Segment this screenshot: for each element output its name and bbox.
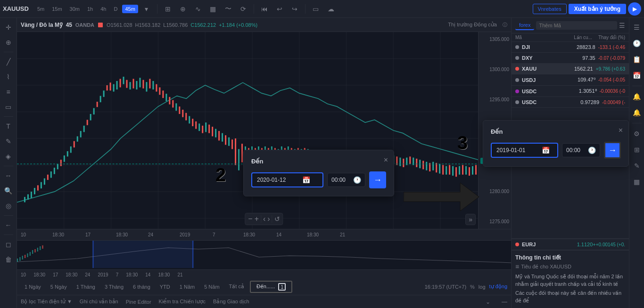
modal-2-time-input[interactable] (331, 177, 350, 183)
zoom-plus[interactable]: + (255, 215, 259, 223)
tf-1h[interactable]: 1h (84, 5, 96, 13)
symbol-search[interactable] (536, 21, 617, 30)
forex-tab[interactable]: forex (515, 21, 534, 30)
modal-2-time-wrap[interactable]: 🕐 (327, 173, 365, 187)
den-button[interactable]: Đến...... 1 (250, 281, 292, 293)
crosshair-tool[interactable]: ⊕ (2, 36, 15, 49)
vnrebates-button[interactable]: Vnrebates (533, 4, 567, 14)
modal-3-nav-button[interactable]: → (604, 142, 621, 159)
tf-D[interactable]: D (111, 5, 121, 13)
magnet-tool[interactable]: ◎ (2, 199, 15, 212)
list-item[interactable]: USDC 0.97289 -0.00049 (- (512, 97, 629, 108)
arrow-left-tool[interactable]: ← (2, 219, 15, 232)
modal-3-time-input[interactable] (566, 147, 585, 154)
price-tool[interactable]: ◈ (2, 150, 15, 163)
chevron-down-icon[interactable]: ▾ (140, 2, 153, 16)
modal-2-close[interactable]: × (384, 156, 388, 164)
bars-icon[interactable]: ▦ (206, 2, 220, 16)
calendar-icon[interactable]: 📅 (630, 69, 644, 82)
watchlist-icon[interactable]: ☰ (630, 21, 644, 34)
zoom-minus[interactable]: − (248, 215, 252, 223)
calendar-icon-3[interactable]: 📅 (542, 146, 550, 154)
play-button[interactable]: ▶ (628, 2, 641, 16)
modal-3-date-input[interactable] (496, 147, 539, 154)
layout-icon[interactable]: ▦ (630, 175, 644, 188)
text-tool[interactable]: T (2, 120, 15, 133)
range-all[interactable]: Tất cả (225, 282, 248, 291)
tf-4h[interactable]: 4h (98, 5, 109, 13)
scroll-back[interactable]: ‹ (263, 215, 265, 223)
cursor-tool[interactable]: ✛ (2, 21, 15, 34)
list-item[interactable]: DXY 97.35 -0.07 (-0.079 (512, 53, 629, 64)
rect-tool[interactable]: ▭ (2, 100, 15, 113)
tf-30m[interactable]: 30m (67, 5, 83, 13)
range-1m[interactable]: 1 Tháng (73, 283, 99, 291)
modal-3-close[interactable]: × (619, 126, 623, 135)
tf-15m[interactable]: 15m (49, 5, 65, 13)
calendar-icon-2[interactable]: 📅 (302, 176, 310, 184)
modal-2-date-input[interactable] (257, 177, 299, 183)
add-icon[interactable]: ⊕ (176, 2, 190, 16)
expand-icon[interactable]: » (465, 214, 476, 225)
svg-rect-44 (116, 81, 118, 89)
rectangle-icon[interactable]: ▭ (309, 2, 322, 16)
text-notes[interactable]: Ghi chú vản bản (80, 299, 118, 305)
range-1d[interactable]: 1 Ngày (21, 283, 45, 291)
trading-panel[interactable]: Bảng Giao dịch (213, 299, 249, 305)
drawing-icon[interactable]: ∿ (191, 2, 205, 16)
pine-editor[interactable]: Pine Editor (126, 299, 151, 305)
strategy-tester[interactable]: Kiểm tra Chiến lược (159, 299, 206, 305)
undo-icon[interactable]: ↩ (273, 2, 286, 16)
crypto-filter[interactable]: Bộ lọc Tiền điện tử ▼ (21, 299, 72, 305)
list-item[interactable]: USDJ 109.47⁰ -0.054 (-0.05 (512, 74, 629, 86)
collapse-icon[interactable]: ⌄ (486, 299, 490, 305)
modal-3-time-wrap[interactable]: 🕐 (562, 143, 600, 157)
list-item[interactable]: XAUU 1562.21 +9.786 (+0.63 (512, 64, 629, 74)
modal-2-date-wrap[interactable]: 📅 (251, 172, 323, 187)
trash-tool[interactable]: 🗑 (2, 253, 15, 266)
tf-5m[interactable]: 5m (34, 5, 47, 13)
replay-icon[interactable]: ⟳ (237, 2, 250, 16)
fast-back-icon[interactable]: ⏮ (258, 2, 271, 16)
zoom-tool[interactable]: 🔍 (2, 184, 15, 197)
note-tool[interactable]: ✎ (2, 135, 15, 148)
list-item[interactable]: DJI 28823.8 -133.1 (-0.46 (512, 42, 629, 53)
line-tool[interactable]: ╱ (2, 55, 15, 68)
auto-button[interactable]: tự động (489, 284, 507, 290)
percent-button[interactable]: % (470, 284, 475, 290)
alert-icon[interactable]: 🔔 (630, 90, 644, 103)
modal-3-date-wrap[interactable]: 📅 (491, 143, 558, 158)
clock-icon[interactable]: 🕐 (630, 37, 644, 50)
range-1y[interactable]: 1 Năm (176, 283, 198, 291)
range-5d[interactable]: 5 Ngày (47, 283, 71, 291)
pencil-icon[interactable]: ✎ (630, 159, 644, 172)
indicators-icon[interactable]: ⊞ (161, 2, 174, 16)
eraser-tool[interactable]: ◻ (2, 238, 15, 251)
redo-icon[interactable]: ↪ (288, 2, 301, 16)
measure-tool[interactable]: ↔ (2, 169, 15, 182)
range-5y[interactable]: 5 Năm (200, 283, 223, 291)
grid-icon[interactable]: ⊞ (630, 143, 644, 156)
tf-45m[interactable]: 45m (122, 5, 138, 13)
bell-icon[interactable]: 🔔 (630, 106, 644, 119)
minimize-icon[interactable]: — (502, 299, 507, 305)
cloud-icon[interactable]: ☁ (324, 2, 338, 16)
wave-icon[interactable]: 〜 (222, 2, 235, 16)
list-item[interactable]: EURJ 1.1120+ +0.00145 (+0. (512, 238, 629, 250)
modal-2-nav-button[interactable]: → (369, 171, 386, 188)
range-3m[interactable]: 3 Tháng (101, 283, 127, 291)
list-icon[interactable]: ☰ (619, 22, 625, 29)
publish-button[interactable]: Xuất bản ý tưởng (569, 4, 626, 14)
chart-area[interactable]: 1305.000 1300.000 1295.000 1290.000 1285… (17, 32, 511, 229)
settings-icon[interactable]: ⚙ (630, 127, 644, 140)
news-icon[interactable]: 📋 (630, 53, 644, 66)
log-button[interactable]: log (479, 284, 486, 290)
scroll-forward[interactable]: › (267, 215, 270, 223)
fib-tool[interactable]: ⌇ (2, 70, 15, 83)
list-item[interactable]: USDC 1.3051⁸ -0.00036 (-0 (512, 86, 629, 97)
reset-zoom[interactable]: ↺ (274, 215, 280, 223)
range-ytd[interactable]: YTD (156, 283, 174, 291)
market-info-icon[interactable]: ⓘ (503, 22, 507, 28)
channel-tool[interactable]: ≡ (2, 85, 15, 98)
range-6m[interactable]: 6 tháng (129, 283, 154, 291)
